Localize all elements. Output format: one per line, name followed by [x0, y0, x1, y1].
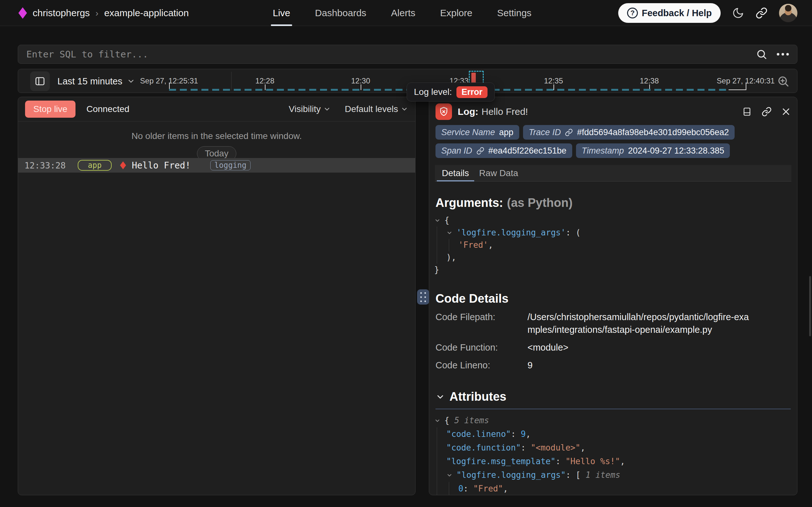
code-function-label: Code Function:	[436, 341, 527, 354]
detail-title-message: Hello Fred!	[482, 106, 528, 117]
scope-badge[interactable]: logging	[210, 160, 251, 170]
question-circle-icon: ?	[627, 8, 638, 18]
breadcrumb-org[interactable]: christophergs	[33, 8, 90, 18]
code-line: "logfire.logging_args": [ 1 items	[434, 468, 791, 482]
nav-tab-live[interactable]: Live	[273, 0, 290, 26]
link-icon	[565, 128, 573, 136]
timeline-tick-label: 12:35	[544, 76, 563, 86]
error-shield-icon	[436, 103, 452, 120]
live-panel-header: Stop live Connected Visibility Default l…	[18, 97, 415, 121]
close-icon[interactable]	[781, 107, 791, 116]
log-level-tooltip: Log level: Error	[407, 82, 495, 102]
share-link-icon[interactable]	[756, 7, 767, 19]
code-line: }	[434, 264, 791, 276]
code-details-heading: Code Details	[429, 292, 797, 305]
chevron-down-icon	[400, 105, 408, 113]
link-icon	[477, 147, 484, 155]
code-lineno-value: 9	[527, 359, 750, 372]
nav-tab-explore[interactable]: Explore	[440, 0, 473, 26]
log-detail-panel: Log:Hello Fred! Service Name app Tra	[429, 97, 797, 495]
nav-tabs: Live Dashboards Alerts Explore Settings	[273, 0, 532, 26]
live-logs-panel: Stop live Connected Visibility Default l…	[18, 97, 416, 495]
copy-link-icon[interactable]	[762, 107, 772, 117]
timeline-tick-label: 12:30	[351, 76, 370, 86]
default-levels-dropdown[interactable]: Default levels	[345, 104, 408, 114]
chevron-down-icon	[127, 77, 135, 86]
chevron-down-icon	[323, 105, 331, 113]
code-line: "logfire.msg_template": "Hello %s!",	[434, 455, 791, 468]
meta-badges: Service Name app Trace ID #fdd5694a8fa98…	[429, 122, 797, 158]
code-line: 'Fred',	[434, 239, 791, 251]
code-filepath-value: /Users/christophersamiullah/repos/pydant…	[527, 311, 750, 336]
error-diamond-icon	[120, 162, 126, 169]
breadcrumb-project[interactable]: example-application	[104, 8, 189, 18]
feedback-help-button[interactable]: ? Feedback / Help	[618, 3, 721, 23]
nav-right-cluster: ? Feedback / Help	[618, 0, 797, 26]
logfire-logo-icon[interactable]	[18, 7, 27, 19]
divider	[231, 72, 232, 90]
code-line: { 5 items	[434, 414, 791, 428]
panel-resize-grip[interactable]	[417, 289, 429, 304]
timeline-end-segment	[729, 90, 746, 90]
nav-tab-alerts[interactable]: Alerts	[391, 0, 416, 26]
dock-panel-icon[interactable]	[742, 107, 752, 117]
log-row-selected[interactable]: 12:33:28 app Hello Fred! logging	[18, 158, 415, 173]
breadcrumb-separator-icon: ›	[96, 8, 98, 18]
attributes-json-block: { 5 items"code.lineno": 9,"code.function…	[429, 409, 797, 495]
sql-filter-input[interactable]: Enter SQL to filter...	[26, 49, 148, 60]
detail-title: Log:Hello Fred!	[458, 106, 528, 117]
nav-tab-dashboards[interactable]: Dashboards	[315, 0, 366, 26]
nav-tab-settings[interactable]: Settings	[497, 0, 531, 26]
code-line: "code.lineno": 9,	[434, 428, 791, 441]
breadcrumb: christophergs › example-application	[18, 0, 189, 26]
code-function-value: <module>	[527, 341, 750, 354]
live-panel-controls: Visibility Default levels	[289, 104, 408, 114]
log-message: Hello Fred!	[132, 160, 190, 171]
timestamp-badge[interactable]: Timestamp 2024-09-27 12:33:28.385	[576, 144, 730, 158]
time-range-dropdown[interactable]: Last 15 minutes	[57, 69, 135, 93]
timeline-tick-label: 12:38	[640, 76, 659, 86]
visibility-dropdown[interactable]: Visibility	[289, 104, 331, 114]
sidebar-toggle-button[interactable]	[30, 71, 50, 91]
more-options-icon[interactable]	[777, 53, 789, 56]
collapse-chevron-icon[interactable]	[446, 227, 456, 239]
tab-raw-data[interactable]: Raw Data	[474, 165, 523, 181]
timeline-tick-label: 12:28	[255, 76, 274, 86]
code-details-rows: Code Filepath: /Users/christophersamiull…	[429, 305, 797, 372]
arguments-code-block: {'logfire.logging_args': ('Fred',),}	[429, 210, 797, 276]
code-line: 0: "Fred",	[434, 482, 791, 495]
search-icon[interactable]	[756, 49, 767, 60]
connection-status: Connected	[86, 104, 129, 114]
chevron-down-icon[interactable]	[436, 392, 445, 402]
page-scrollbar-thumb[interactable]	[809, 276, 811, 336]
empty-window-message: No older items in the selected time wind…	[18, 131, 415, 141]
code-line: "code.function": "<module>",	[434, 441, 791, 455]
collapse-chevron-icon[interactable]	[446, 468, 456, 482]
code-lineno-label: Code Lineno:	[436, 359, 527, 372]
timeline-tick	[746, 82, 746, 90]
top-nav: christophergs › example-application Live…	[0, 0, 812, 26]
detail-title-prefix: Log:	[458, 106, 478, 117]
user-avatar[interactable]	[779, 4, 797, 22]
sql-bar-actions	[756, 49, 789, 60]
code-filepath-label: Code Filepath:	[436, 311, 527, 336]
stop-live-button[interactable]: Stop live	[25, 101, 75, 118]
logfire-live-view: christophergs › example-application Live…	[0, 0, 812, 507]
detail-tabs: Details Raw Data	[435, 165, 791, 181]
sql-filter-bar[interactable]: Enter SQL to filter...	[18, 45, 797, 64]
service-name-badge[interactable]: Service Name app	[436, 125, 519, 139]
collapse-chevron-icon[interactable]	[434, 214, 444, 227]
code-line: {	[434, 214, 791, 227]
code-line: 'logfire.logging_args': (	[434, 227, 791, 239]
attributes-heading: Attributes	[429, 390, 797, 404]
service-badge[interactable]: app	[78, 160, 112, 171]
log-time: 12:33:28	[24, 161, 66, 170]
collapse-chevron-icon[interactable]	[434, 414, 444, 428]
arguments-heading: Arguments:(as Python)	[429, 196, 797, 210]
tab-details[interactable]: Details	[437, 165, 474, 181]
dark-mode-moon-icon[interactable]	[732, 7, 744, 19]
span-id-badge[interactable]: Span ID #ea4d5f226ec151be	[436, 144, 572, 158]
code-line: ),	[434, 251, 791, 264]
trace-id-badge[interactable]: Trace ID #fdd5694a8fa98eb4e301d99ebc056e…	[523, 125, 735, 139]
zoom-in-icon[interactable]	[777, 75, 790, 88]
